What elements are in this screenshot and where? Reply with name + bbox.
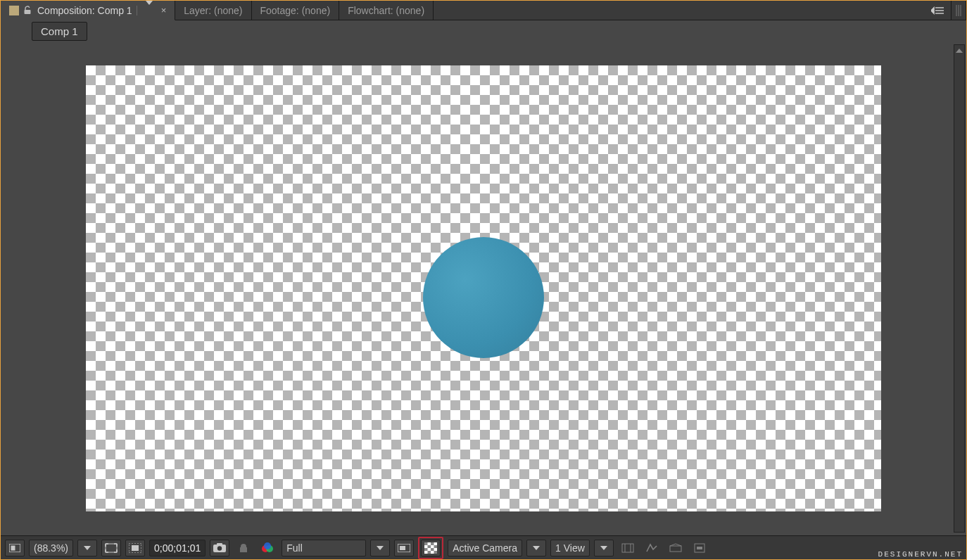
svg-rect-23 xyxy=(622,544,633,552)
tab-footage-label: Footage: (none) xyxy=(260,5,331,16)
watermark-text: DESIGNERVN.NET xyxy=(878,550,963,559)
toggle-transparency-grid-button[interactable] xyxy=(421,540,441,556)
snapshot-button[interactable] xyxy=(210,540,229,556)
composition-viewer[interactable] xyxy=(1,42,966,535)
rgb-channels-button[interactable] xyxy=(258,540,277,556)
resolution-value: Full xyxy=(286,542,303,554)
svg-point-11 xyxy=(264,542,271,549)
svg-point-8 xyxy=(217,546,222,550)
tab-flowchart[interactable]: Flowchart: (none) xyxy=(339,1,434,20)
svg-rect-15 xyxy=(424,542,428,545)
svg-rect-21 xyxy=(428,551,431,554)
canvas-transparency-grid xyxy=(86,65,881,511)
always-preview-button[interactable] xyxy=(5,540,25,556)
unlock-icon[interactable] xyxy=(23,6,32,15)
close-icon[interactable]: × xyxy=(161,5,167,15)
timecode-display[interactable]: 0;00;01;01 xyxy=(149,540,206,556)
views-dropdown[interactable]: 1 View xyxy=(550,540,590,556)
vertical-scrollbar[interactable] xyxy=(954,44,965,533)
views-dropdown-caret[interactable] xyxy=(594,540,614,556)
svg-rect-26 xyxy=(697,547,702,549)
svg-rect-16 xyxy=(431,542,434,545)
fast-draft-button[interactable] xyxy=(642,540,662,556)
tab-composition-dropdown[interactable] xyxy=(146,5,153,16)
timecode-value: 0;00;01;01 xyxy=(154,542,201,554)
zoom-value: (88.3%) xyxy=(34,542,68,554)
zoom-dropdown-caret[interactable] xyxy=(77,540,97,556)
viewer-bottom-toolbar: (88.3%) 0;00;01;01 Full xyxy=(1,535,966,559)
panel-menu-button[interactable] xyxy=(924,1,952,20)
tab-layer[interactable]: Layer: (none) xyxy=(175,1,251,20)
composition-breadcrumb-row: Comp 1 xyxy=(1,20,966,42)
views-value: 1 View xyxy=(555,542,585,554)
fast-previews-button[interactable] xyxy=(394,540,414,556)
panel-grip[interactable] xyxy=(952,1,966,20)
resolution-dropdown[interactable]: Full xyxy=(282,540,366,556)
composition-panel: Composition: Comp 1 × Layer: (none) Foot… xyxy=(0,0,967,560)
breadcrumb-comp-label: Comp 1 xyxy=(41,25,78,37)
tab-layer-label: Layer: (none) xyxy=(184,5,242,16)
svg-rect-13 xyxy=(400,546,405,550)
active-camera-dropdown[interactable]: Active Camera xyxy=(448,540,522,556)
svg-rect-17 xyxy=(428,545,431,548)
svg-rect-19 xyxy=(424,548,428,551)
active-camera-dropdown-caret[interactable] xyxy=(526,540,546,556)
tab-flowchart-label: Flowchart: (none) xyxy=(348,5,424,16)
timeline-button[interactable] xyxy=(666,540,685,556)
zoom-dropdown[interactable]: (88.3%) xyxy=(29,540,73,556)
svg-rect-0 xyxy=(25,10,31,14)
scroll-up-icon[interactable] xyxy=(954,46,964,56)
blue-circle-layer[interactable] xyxy=(423,237,544,358)
show-channel-button[interactable] xyxy=(234,540,253,556)
composition-color-swatch xyxy=(9,6,19,15)
resolution-dropdown-caret[interactable] xyxy=(370,540,390,556)
panel-tab-bar: Composition: Comp 1 × Layer: (none) Foot… xyxy=(1,1,966,20)
tab-composition[interactable]: Composition: Comp 1 × xyxy=(1,1,175,20)
roi-button[interactable] xyxy=(101,540,121,556)
svg-rect-3 xyxy=(106,544,117,552)
svg-rect-24 xyxy=(670,546,681,552)
tab-composition-label: Composition: Comp 1 xyxy=(37,5,132,16)
tab-footage[interactable]: Footage: (none) xyxy=(252,1,340,20)
svg-rect-2 xyxy=(11,545,15,550)
transparency-grid-highlight xyxy=(418,537,443,559)
active-camera-value: Active Camera xyxy=(453,542,517,554)
pixel-aspect-button[interactable] xyxy=(618,540,638,556)
breadcrumb-comp[interactable]: Comp 1 xyxy=(32,22,87,41)
svg-rect-20 xyxy=(431,548,434,551)
svg-rect-5 xyxy=(132,545,139,551)
svg-rect-22 xyxy=(434,551,438,554)
exposure-button[interactable] xyxy=(690,540,709,556)
svg-rect-18 xyxy=(434,545,438,548)
svg-rect-7 xyxy=(217,543,222,545)
transparency-grid-small-button[interactable] xyxy=(125,540,145,556)
